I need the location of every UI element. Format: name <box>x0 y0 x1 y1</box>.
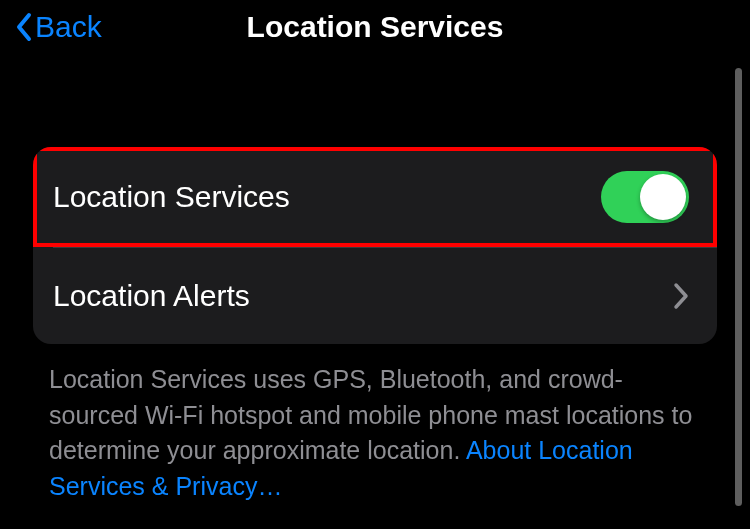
chevron-left-icon <box>15 12 33 42</box>
row-location-services[interactable]: Location Services <box>33 147 717 247</box>
row-label: Location Services <box>53 180 290 214</box>
back-label: Back <box>35 10 102 44</box>
content: Location Services Location Alerts Locati… <box>0 52 750 504</box>
back-button[interactable]: Back <box>15 10 102 44</box>
settings-group: Location Services Location Alerts <box>33 147 717 344</box>
footer-text: Location Services uses GPS, Bluetooth, a… <box>33 344 717 504</box>
scrollbar[interactable] <box>735 68 742 506</box>
nav-bar: Back Location Services <box>0 0 750 52</box>
row-label: Location Alerts <box>53 279 250 313</box>
toggle-knob <box>640 174 686 220</box>
page-title: Location Services <box>247 10 504 44</box>
location-services-toggle[interactable] <box>601 171 689 223</box>
chevron-right-icon <box>673 282 689 310</box>
row-location-alerts[interactable]: Location Alerts <box>33 248 717 344</box>
